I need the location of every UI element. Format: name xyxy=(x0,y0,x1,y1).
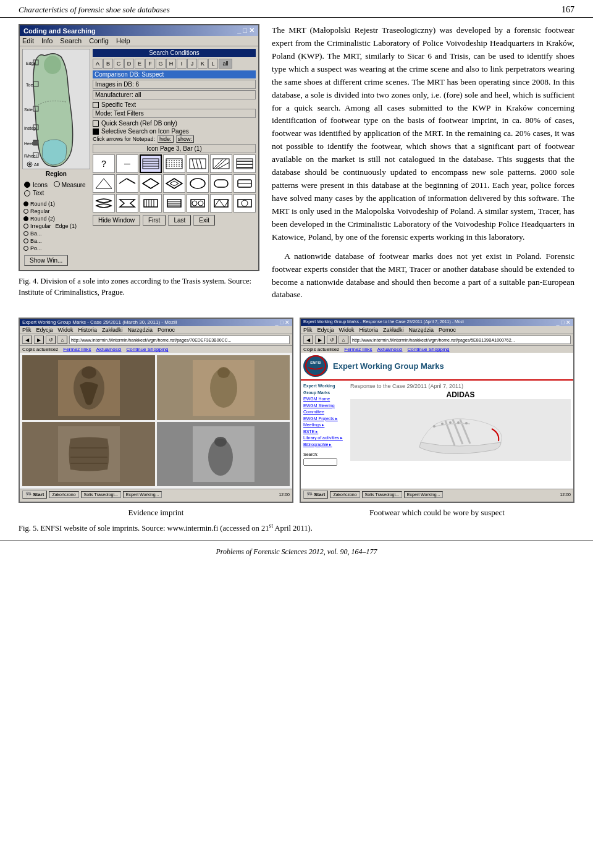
menu-zakladki-l[interactable]: Zakładki xyxy=(102,327,123,333)
menu-plik-r[interactable]: Plik xyxy=(303,327,313,333)
alpha-all[interactable]: all xyxy=(219,59,232,69)
menu-info[interactable]: Info xyxy=(41,37,53,44)
menu-edit[interactable]: Edit xyxy=(22,37,34,44)
sidebar-item-library[interactable]: Library of activities ▸ xyxy=(303,435,347,442)
icon-cell-13[interactable] xyxy=(210,174,232,193)
menu-search[interactable]: Search xyxy=(60,37,82,44)
icon-cell-6[interactable] xyxy=(210,154,232,173)
refresh-button-l[interactable]: ↺ xyxy=(46,335,56,344)
alpha-j[interactable]: J xyxy=(187,59,197,69)
icons-label: Icons xyxy=(33,182,48,188)
alpha-i[interactable]: I xyxy=(177,59,187,69)
hide-window-button[interactable]: Hide Window xyxy=(93,215,140,225)
alpha-h[interactable]: H xyxy=(166,59,176,69)
menu-widok-l[interactable]: Widok xyxy=(58,327,74,333)
home-button-r[interactable]: ⌂ xyxy=(339,335,348,344)
taskbar-item-2l[interactable]: Solis Traseologi... xyxy=(81,491,121,498)
alpha-a[interactable]: A xyxy=(93,59,103,69)
show-win-button[interactable]: Show Win... xyxy=(24,255,68,266)
refresh-button-r[interactable]: ↺ xyxy=(327,335,337,344)
icon-cell-21[interactable] xyxy=(233,194,256,213)
taskbar-item-2r[interactable]: Solis Traseologi... xyxy=(362,491,402,498)
icon-cell-16[interactable] xyxy=(116,194,138,213)
continue-shopping-l[interactable]: Continue Shopping xyxy=(127,347,169,352)
sidebar-item-cases[interactable]: EWGM Projects ▸ xyxy=(303,416,347,423)
icon-cell-5[interactable] xyxy=(187,154,209,173)
menu-widok-r[interactable]: Widok xyxy=(339,327,355,333)
url-bar-l[interactable]: http://www.intermin.fi/intermin/hankkeet… xyxy=(69,335,290,344)
icon-cell-19[interactable] xyxy=(187,194,209,213)
sidebar-item-about[interactable]: EWGM Home xyxy=(303,396,347,403)
sidebar-item-meetings[interactable]: Meetings ▸ xyxy=(303,422,347,429)
svg-text:Edge: Edge xyxy=(26,61,36,66)
icon-cell-4[interactable] xyxy=(163,154,185,173)
alpha-d[interactable]: D xyxy=(124,59,134,69)
forward-button-l[interactable]: ▶ xyxy=(34,335,44,344)
menu-narzedzia-l[interactable]: Narzędzia xyxy=(128,327,153,333)
taskbar-item-3r[interactable]: Expert Working... xyxy=(404,491,444,498)
menu-help[interactable]: Help xyxy=(116,37,130,44)
menu-historia-l[interactable]: Historia xyxy=(78,327,98,333)
home-button-l[interactable]: ⌂ xyxy=(57,335,67,344)
alpha-b[interactable]: B xyxy=(103,59,113,69)
icon-cell-1[interactable]: ? xyxy=(93,154,115,173)
icons-option[interactable]: Icons Measure xyxy=(24,180,88,189)
quick-search-checkbox[interactable] xyxy=(93,120,99,127)
menu-pomoc-l[interactable]: Pomoc xyxy=(158,327,175,333)
services-link[interactable]: Fermez links xyxy=(63,347,91,352)
alpha-f[interactable]: F xyxy=(145,59,155,69)
icon-cell-12[interactable] xyxy=(187,174,209,193)
menu-config[interactable]: Config xyxy=(89,37,109,44)
url-bar-r[interactable]: http://www.intermin.fi/intermin/hankkeet… xyxy=(350,335,571,344)
selective-search-checkbox[interactable] xyxy=(93,129,99,135)
back-button-l[interactable]: ◀ xyxy=(22,335,32,344)
continue-shopping-r[interactable]: Continue Shopping xyxy=(408,347,450,352)
icon-cell-11[interactable] xyxy=(163,174,185,193)
forward-button-r[interactable]: ▶ xyxy=(315,335,325,344)
start-btn-l[interactable]: 🏁 Start xyxy=(22,491,47,499)
icon-cell-9[interactable] xyxy=(116,174,138,193)
alpha-l[interactable]: L xyxy=(208,59,218,69)
alpha-e[interactable]: E xyxy=(135,59,145,69)
search-label-r: Search: xyxy=(303,452,347,458)
icon-cell-20[interactable] xyxy=(210,194,232,213)
icon-cell-3[interactable] xyxy=(140,154,162,173)
sidebar-item-biblio[interactable]: Bibliographie ▸ xyxy=(303,442,347,449)
services-link-r[interactable]: Fermez links xyxy=(344,347,372,352)
taskbar-item-1l[interactable]: Zakończono xyxy=(49,491,78,498)
icon-cell-2[interactable]: ─ xyxy=(116,154,138,173)
sidebar-item-bste[interactable]: BSTE ▸ xyxy=(303,429,347,436)
menu-edycja-l[interactable]: Edycja xyxy=(36,327,53,333)
first-button[interactable]: First xyxy=(143,215,166,225)
last-button[interactable]: Last xyxy=(168,215,191,225)
start-btn-r[interactable]: 🏁 Start xyxy=(303,491,328,499)
icon-cell-17[interactable] xyxy=(140,194,162,213)
menu-pomoc-r[interactable]: Pomoc xyxy=(439,327,456,333)
aktualności-link[interactable]: Aktualnosci xyxy=(96,347,122,352)
exit-button[interactable]: Exit xyxy=(193,215,215,225)
menu-zakladki-r[interactable]: Zakładki xyxy=(383,327,404,333)
aktualności-link-r[interactable]: Aktualnosci xyxy=(377,347,403,352)
taskbar-item-3l[interactable]: Expert Working... xyxy=(123,491,162,498)
alpha-k[interactable]: K xyxy=(198,59,208,69)
alpha-g[interactable]: G xyxy=(156,59,166,69)
specific-text-checkbox[interactable] xyxy=(93,102,99,108)
back-button-r[interactable]: ◀ xyxy=(303,335,313,344)
icon-cell-18[interactable] xyxy=(163,194,185,213)
icon-cell-15[interactable] xyxy=(93,194,115,213)
menu-narzedzia-r[interactable]: Narzędzia xyxy=(409,327,434,333)
hide-btn[interactable]: hide: xyxy=(158,135,174,143)
taskbar-item-1r[interactable]: Zakończono xyxy=(330,491,360,498)
menu-edycja-r[interactable]: Edycja xyxy=(318,327,334,333)
icon-cell-14[interactable] xyxy=(233,174,256,193)
show-btn[interactable]: show: xyxy=(176,135,195,143)
alpha-c[interactable]: C xyxy=(114,59,124,69)
icon-cell-8[interactable] xyxy=(93,174,115,193)
search-input-r[interactable] xyxy=(303,458,337,466)
browser-left-menubar: Plik Edycja Widok Historia Zakładki Narz… xyxy=(20,326,292,334)
sidebar-item-steering[interactable]: EWGM Steering Committee xyxy=(303,403,347,416)
icon-cell-10[interactable] xyxy=(140,174,162,193)
menu-plik-l[interactable]: Plik xyxy=(22,327,32,333)
icon-cell-7[interactable] xyxy=(233,154,256,173)
menu-historia-r[interactable]: Historia xyxy=(360,327,379,333)
